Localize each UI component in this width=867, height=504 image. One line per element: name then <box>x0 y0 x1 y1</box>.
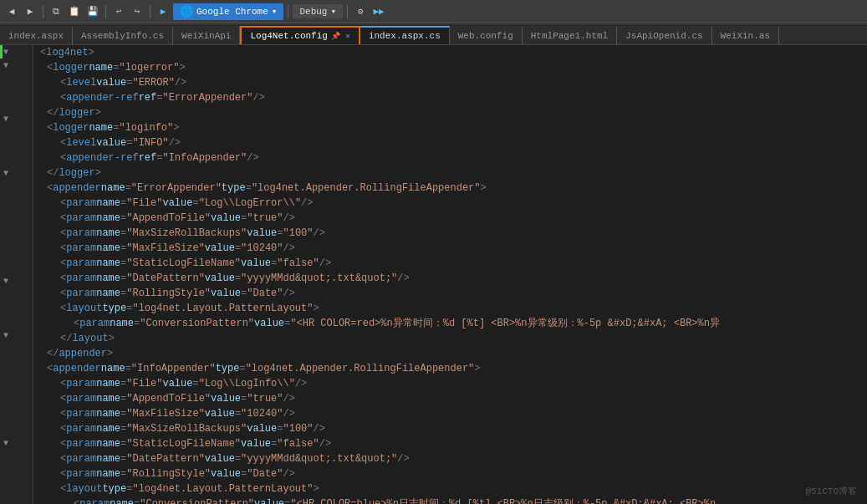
tab-label: Log4Net.config <box>250 31 327 41</box>
gutter-line-4 <box>0 85 33 99</box>
code-line-9: </logger> <box>33 165 867 181</box>
green-bar <box>0 45 3 59</box>
gutter-line-8 <box>0 140 33 153</box>
code-area[interactable]: <log4net> <logger name="logerror"> <leve… <box>33 45 867 504</box>
code-line-26: <param name="MaxSizeRollBackups" value="… <box>33 421 867 436</box>
gutter-line-23 <box>0 342 33 355</box>
debug-dropdown-icon: ▾ <box>330 6 336 17</box>
gutter-line-11 <box>0 180 33 193</box>
undo-button[interactable]: ↩ <box>110 3 127 20</box>
code-line-14: <param name="MaxFileSize" value="10240" … <box>33 241 867 256</box>
play-icon: ▶ <box>155 3 171 20</box>
editor-container: ▼ ▼ ▼ ▼ ▼ ▼ <box>0 45 867 504</box>
chrome-label: Google Chrome <box>196 7 268 17</box>
back-button[interactable]: ◀ <box>3 3 20 20</box>
code-line-20: </layout> <box>33 331 867 346</box>
code-line-15: <param name="StaticLogFileName" value="f… <box>33 256 867 271</box>
gutter-line-14 <box>0 221 33 234</box>
code-line-7: <level value="INFO" /> <box>33 135 867 150</box>
forward-button[interactable]: ▶ <box>22 3 38 20</box>
code-line-3: <level value="ERROR" /> <box>33 75 867 90</box>
debug-label: Debug <box>299 7 327 17</box>
gutter-line-9 <box>0 153 33 166</box>
collapse-arrow[interactable]: ▼ <box>3 277 8 286</box>
line-gutter: ▼ ▼ ▼ ▼ ▼ ▼ <box>0 45 33 504</box>
gutter-line-25 <box>0 369 33 382</box>
gutter-line-30: ▼ <box>0 436 33 450</box>
debug-button[interactable]: Debug ▾ <box>293 4 343 18</box>
tab-label: Web.config <box>458 31 513 41</box>
tab-log4net-config[interactable]: Log4Net.config 📌 ✕ <box>240 26 360 44</box>
save-button[interactable]: 💾 <box>84 3 101 20</box>
separator-2 <box>105 5 106 18</box>
gutter-line-5 <box>0 99 33 113</box>
settings-button[interactable]: ⚙ <box>352 3 369 20</box>
gutter-line-12 <box>0 194 33 207</box>
tab-weixin-as[interactable]: WeiXin.as <box>712 26 779 44</box>
separator-5 <box>347 5 348 18</box>
toolbar: ◀ ▶ ⧉ 📋 💾 ↩ ↪ ▶ 🌐 Google Chrome ▾ Debug … <box>0 0 867 23</box>
tab-assemblyinfo[interactable]: AssemblyInfo.cs <box>73 26 173 44</box>
tab-index-aspx-cs[interactable]: index.aspx.cs <box>360 26 450 44</box>
code-line-31: <param name="ConversionPattern" value="<… <box>33 496 867 504</box>
code-line-2: <logger name="logerror"> <box>33 60 867 75</box>
tab-label: index.aspx <box>8 31 64 41</box>
code-line-22: <appender name="InfoAppender" type="log4… <box>33 361 867 376</box>
tab-label: JsApiOpenid.cs <box>625 31 702 41</box>
gutter-line-32 <box>0 463 33 476</box>
chrome-icon: 🌐 <box>180 5 193 18</box>
paste-button[interactable]: 📋 <box>66 3 83 20</box>
collapse-arrow[interactable]: ▼ <box>3 115 8 124</box>
tabs-bar: index.aspx AssemblyInfo.cs WeiXinApi Log… <box>0 23 867 45</box>
code-line-21: </appender> <box>33 346 867 361</box>
gutter-line-7 <box>0 126 33 140</box>
tab-htmlpage1[interactable]: HtmlPage1.html <box>523 26 617 44</box>
gutter-line-21 <box>0 315 33 328</box>
tab-close-icon[interactable]: ✕ <box>345 31 350 41</box>
code-line-16: <param name="DatePattern" value="yyyyMMd… <box>33 271 867 286</box>
code-line-6: <logger name="loginfo"> <box>33 120 867 135</box>
code-line-17: <param name="RollingStyle" value="Date" … <box>33 286 867 301</box>
gutter-line-28 <box>0 410 33 423</box>
gutter-line-18: ▼ <box>0 274 33 288</box>
collapse-arrow[interactable]: ▼ <box>3 331 8 340</box>
chrome-dropdown-icon: ▾ <box>272 6 278 17</box>
tab-label: HtmlPage1.html <box>531 31 608 41</box>
chrome-button[interactable]: 🌐 Google Chrome ▾ <box>173 3 283 20</box>
code-line-23: <param name="File" value="Log\\LogInfo\\… <box>33 376 867 391</box>
gutter-line-6: ▼ <box>0 113 33 126</box>
gutter-line-16 <box>0 247 33 261</box>
tab-web-config[interactable]: Web.config <box>450 26 523 44</box>
code-line-19: <param name="ConversionPattern" value="<… <box>33 316 867 331</box>
code-line-12: <param name="AppendToFile" value="true" … <box>33 211 867 226</box>
code-line-30: <layout type="log4net.Layout.PatternLayo… <box>33 481 867 496</box>
tab-jsapi-openid[interactable]: JsApiOpenid.cs <box>617 26 711 44</box>
separator-4 <box>288 5 288 18</box>
separator-1 <box>43 5 43 18</box>
watermark: @51CTO博客 <box>805 485 857 497</box>
tab-label: AssemblyInfo.cs <box>81 31 164 41</box>
separator-3 <box>150 5 150 18</box>
tab-label: WeiXinApi <box>181 31 231 41</box>
collapse-arrow[interactable]: ▼ <box>3 169 8 178</box>
gutter-line-29 <box>0 423 33 436</box>
code-line-24: <param name="AppendToFile" value="true" … <box>33 391 867 406</box>
tab-label: WeiXin.as <box>721 31 770 41</box>
gutter-line-20 <box>0 302 33 315</box>
code-line-4: <appender-ref ref="ErrorAppender" /> <box>33 90 867 105</box>
collapse-arrow[interactable]: ▼ <box>3 48 8 57</box>
redo-button[interactable]: ↪ <box>129 3 145 20</box>
copy-button[interactable]: ⧉ <box>48 3 64 20</box>
collapse-arrow[interactable]: ▼ <box>3 61 8 70</box>
gutter-line-22: ▼ <box>0 328 33 342</box>
tab-index-aspx[interactable]: index.aspx <box>0 26 73 44</box>
collapse-arrow[interactable]: ▼ <box>3 439 8 448</box>
run-button[interactable]: ▶▶ <box>370 3 387 20</box>
tab-weixinapi[interactable]: WeiXinApi <box>173 26 240 44</box>
gutter-line-15 <box>0 234 33 247</box>
code-line-13: <param name="MaxSizeRollBackups" value="… <box>33 226 867 241</box>
gutter-line-17 <box>0 261 33 274</box>
gutter-line-13 <box>0 207 33 221</box>
gutter-line-33 <box>0 477 33 491</box>
tab-pin-icon: 📌 <box>331 32 340 41</box>
